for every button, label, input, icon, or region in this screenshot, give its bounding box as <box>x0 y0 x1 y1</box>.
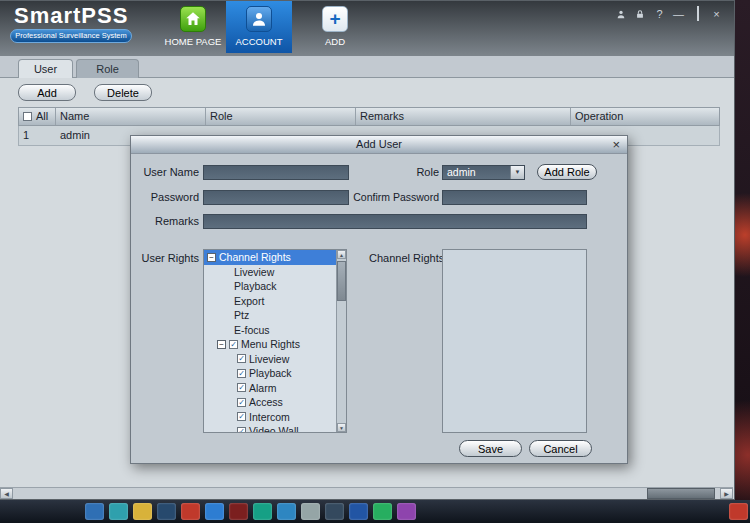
taskbar-app-8[interactable] <box>253 503 272 520</box>
scrollbar-thumb[interactable] <box>647 488 715 499</box>
header-operation: Operation <box>571 108 719 125</box>
taskbar-app-10[interactable] <box>301 503 320 520</box>
channel-rights-list[interactable] <box>442 249 587 433</box>
user-toolbar: Add Delete <box>18 84 152 101</box>
access-checkbox[interactable]: ✓ <box>237 398 246 407</box>
role-selected-value: admin <box>443 166 510 179</box>
close-button[interactable]: × <box>711 8 722 20</box>
taskbar-app-5[interactable] <box>181 503 200 520</box>
header-name: Name <box>56 108 206 125</box>
add-button[interactable]: Add <box>18 84 76 101</box>
tree-item-video-wall[interactable]: ✓ Video Wall <box>204 424 336 432</box>
taskbar-app-4[interactable] <box>157 503 176 520</box>
taskbar-app-14[interactable] <box>397 503 416 520</box>
tray-icon[interactable] <box>729 503 748 520</box>
taskbar-app-7[interactable] <box>229 503 248 520</box>
user-icon[interactable] <box>616 9 627 20</box>
taskbar-app-11[interactable] <box>325 503 344 520</box>
help-button[interactable]: ? <box>654 8 665 20</box>
tree-item-label: Ptz <box>234 309 249 321</box>
nav-home-label: HOME PAGE <box>165 36 222 47</box>
role-select[interactable]: admin ▼ <box>442 165 525 180</box>
add-role-button[interactable]: Add Role <box>537 164 597 180</box>
taskbar-app-12[interactable] <box>349 503 368 520</box>
maximize-button[interactable] <box>692 8 703 20</box>
tree-item-label: Video Wall <box>249 425 299 432</box>
tree-item-label: Access <box>249 396 283 408</box>
alarm-checkbox[interactable]: ✓ <box>237 383 246 392</box>
playback-checkbox[interactable]: ✓ <box>237 369 246 378</box>
tree-item-access[interactable]: ✓ Access <box>204 395 336 410</box>
tree-item-e-focus[interactable]: E-focus <box>204 323 336 338</box>
horizontal-scrollbar[interactable]: ◀ ▶ <box>0 487 733 499</box>
password-label: Password <box>131 190 199 205</box>
role-dropdown-arrow-icon[interactable]: ▼ <box>510 166 524 179</box>
dialog-titlebar: Add User × <box>131 136 627 154</box>
taskbar-app-13[interactable] <box>373 503 392 520</box>
taskbar-app-1[interactable] <box>85 503 104 520</box>
scroll-left-icon[interactable]: ◀ <box>0 488 13 499</box>
lock-icon[interactable] <box>635 9 646 20</box>
taskbar <box>0 500 750 523</box>
cancel-button[interactable]: Cancel <box>529 440 592 457</box>
tree-item-label: Intercom <box>249 411 290 423</box>
tree-item-label: Channel Rights <box>219 251 291 263</box>
row-index: 1 <box>19 126 56 145</box>
password-input[interactable] <box>203 190 349 205</box>
scroll-right-icon[interactable]: ▶ <box>720 488 733 499</box>
tree-item-liveview[interactable]: Liveview <box>204 265 336 280</box>
tree-item-playback[interactable]: Playback <box>204 279 336 294</box>
tab-role[interactable]: Role <box>76 59 139 78</box>
titlebar: SmartPSS Professional Surveillance Syste… <box>0 1 734 56</box>
tree-scrollbar[interactable]: ▲ ▼ <box>336 250 346 432</box>
nav-account[interactable]: ACCOUNT <box>226 1 292 53</box>
tree-item-menu-playback[interactable]: ✓ Playback <box>204 366 336 381</box>
tree-scroll-down-icon[interactable]: ▼ <box>337 423 346 432</box>
save-button[interactable]: Save <box>459 440 522 457</box>
home-icon <box>180 6 206 32</box>
tree-item-alarm[interactable]: ✓ Alarm <box>204 381 336 396</box>
tree-scrollbar-thumb[interactable] <box>337 261 346 301</box>
user-name-input[interactable] <box>203 165 349 180</box>
intercom-checkbox[interactable]: ✓ <box>237 412 246 421</box>
add-user-dialog: Add User × User Name Role admin ▼ Add Ro… <box>130 135 628 464</box>
tree-item-ptz[interactable]: Ptz <box>204 308 336 323</box>
tree-item-channel-rights[interactable]: − Channel Rights <box>204 250 336 265</box>
minimize-button[interactable]: — <box>673 8 684 20</box>
tree-item-intercom[interactable]: ✓ Intercom <box>204 410 336 425</box>
taskbar-app-9[interactable] <box>277 503 296 520</box>
video-wall-checkbox[interactable]: ✓ <box>237 427 246 432</box>
collapse-icon[interactable]: − <box>217 340 226 349</box>
account-icon <box>246 6 272 32</box>
tree-item-label: Alarm <box>249 382 276 394</box>
table-header: All Name Role Remarks Operation <box>18 107 720 126</box>
tab-user[interactable]: User <box>18 59 73 78</box>
dialog-close-icon[interactable]: × <box>612 136 620 153</box>
collapse-icon[interactable]: − <box>207 253 216 262</box>
add-icon: + <box>322 6 348 32</box>
header-all: All <box>19 108 56 125</box>
tree-item-label: E-focus <box>234 324 270 336</box>
role-label: Role <box>391 165 439 180</box>
tree-item-menu-liveview[interactable]: ✓ Liveview <box>204 352 336 367</box>
liveview-checkbox[interactable]: ✓ <box>237 354 246 363</box>
taskbar-app-3[interactable] <box>133 503 152 520</box>
confirm-password-input[interactable] <box>442 190 587 205</box>
channel-rights-label: Channel Rights <box>369 251 449 266</box>
desktop-background: SmartPSS Professional Surveillance Syste… <box>0 0 750 523</box>
tree-item-export[interactable]: Export <box>204 294 336 309</box>
menu-rights-checkbox[interactable]: ✓ <box>229 340 238 349</box>
remarks-input[interactable] <box>203 214 587 229</box>
taskbar-icons <box>85 503 416 520</box>
app-tagline: Professional Surveillance System <box>10 29 132 43</box>
delete-button[interactable]: Delete <box>94 84 152 101</box>
nav-add[interactable]: + ADD <box>306 1 364 53</box>
taskbar-app-2[interactable] <box>109 503 128 520</box>
tree-scroll-up-icon[interactable]: ▲ <box>337 250 346 259</box>
nav-home-page[interactable]: HOME PAGE <box>160 1 226 53</box>
select-all-checkbox[interactable] <box>23 112 32 121</box>
window-controls: ? — × <box>616 8 722 20</box>
tree-rows: − Channel Rights Liveview Playback Expor… <box>204 250 336 432</box>
tree-item-menu-rights[interactable]: − ✓ Menu Rights <box>204 337 336 352</box>
taskbar-app-6[interactable] <box>205 503 224 520</box>
